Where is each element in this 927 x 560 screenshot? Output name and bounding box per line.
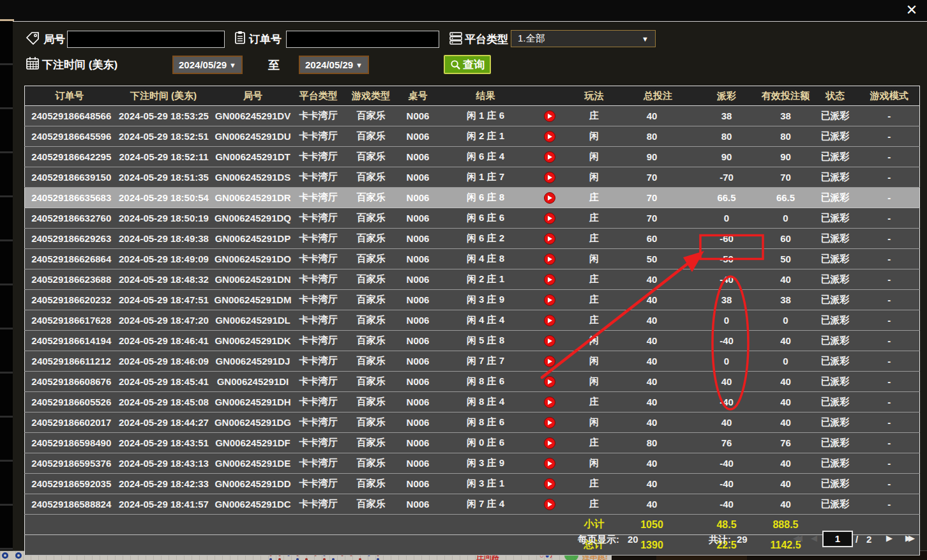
cell-status: 已派彩 [811, 453, 859, 474]
play-video-icon[interactable] [544, 356, 555, 367]
page-number-input[interactable]: 1 [822, 531, 853, 547]
play-video-icon[interactable] [544, 274, 555, 285]
play-video-icon[interactable] [544, 151, 555, 163]
cell-play [534, 372, 566, 392]
cell-table: N006 [398, 147, 438, 167]
table-row: 2405291865920352024-05-29 18:42:33GN0062… [25, 474, 920, 494]
play-video-icon[interactable] [544, 397, 555, 408]
cell-result: 闲 1 庄 6 [438, 106, 534, 126]
cell-round: GN006245291DV [213, 106, 293, 126]
cell-game: 百家乐 [344, 331, 398, 351]
cell-mode: - [859, 433, 920, 453]
cell-status: 已派彩 [811, 167, 859, 188]
play-video-icon[interactable] [544, 233, 555, 245]
play-video-icon[interactable] [544, 254, 555, 265]
cell-mode: - [859, 106, 920, 126]
cell-round: GN006245291DI [213, 372, 293, 392]
cell-status: 已派彩 [811, 147, 859, 167]
cell-platform: 卡卡湾厅 [293, 453, 344, 474]
cell-platform: 卡卡湾厅 [293, 412, 344, 433]
search-button[interactable]: 查询 [444, 55, 491, 74]
cell-game: 百家乐 [344, 392, 398, 412]
cell-payout: -40 [693, 453, 760, 474]
column-header: 有效投注额 [760, 86, 811, 106]
play-video-icon[interactable] [544, 131, 555, 142]
cell-platform: 卡卡湾厅 [293, 249, 344, 269]
cell-table: N006 [398, 351, 438, 372]
order-number-input[interactable] [286, 31, 439, 48]
play-video-icon[interactable] [544, 478, 555, 490]
table-row: 2405291866391502024-05-29 18:51:35GN0062… [25, 167, 920, 188]
cell-bet: 闲 [566, 167, 623, 188]
cell-payout: 40 [693, 372, 760, 392]
play-video-icon[interactable] [544, 172, 555, 183]
cell-play [534, 229, 566, 249]
date-to-picker[interactable]: 2024/05/29 ▼ [299, 56, 369, 74]
column-header: 游戏类型 [344, 86, 398, 106]
cell-time: 2024-05-29 18:44:27 [114, 412, 213, 433]
cell-platform: 卡卡湾厅 [293, 147, 344, 167]
cell-mode: - [859, 167, 920, 188]
cell-result: 闲 5 庄 8 [438, 331, 534, 351]
column-header: 订单号 [25, 86, 114, 106]
cell-total: 40 [623, 453, 693, 474]
cell-time: 2024-05-29 18:53:25 [114, 106, 213, 126]
platform-type-select[interactable]: 1.全部 ▼ [511, 30, 656, 47]
play-video-icon[interactable] [544, 192, 555, 204]
first-page-icon[interactable]: ◀◀ [793, 533, 803, 543]
play-video-icon[interactable] [544, 437, 555, 449]
close-icon[interactable]: ✕ [902, 1, 921, 20]
play-video-icon[interactable] [544, 315, 555, 326]
prev-page-icon[interactable]: ◀ [811, 533, 817, 543]
cell-table: N006 [398, 372, 438, 392]
cell-result: 闲 3 庄 9 [438, 453, 534, 474]
cell-round: GN006245291DP [213, 229, 293, 249]
next-page-icon[interactable]: ▶ [886, 533, 893, 543]
round-number-input[interactable] [67, 31, 225, 48]
play-video-icon[interactable] [544, 499, 555, 510]
table-row: 2405291866086762024-05-29 18:45:41GN0062… [25, 372, 920, 392]
sum-cell-result [438, 515, 534, 535]
cell-round: GN006245291DO [213, 249, 293, 269]
cell-status: 已派彩 [811, 249, 859, 269]
play-video-icon[interactable] [544, 294, 555, 306]
cell-payout: 38 [693, 106, 760, 126]
cell-bet: 庄 [566, 433, 623, 453]
cell-mode: - [859, 453, 920, 474]
last-page-icon[interactable]: ▶▶ [905, 533, 915, 543]
cell-bet: 闲 [566, 412, 623, 433]
table-row: 2405291866055262024-05-29 18:45:08GN0062… [25, 392, 920, 412]
play-video-icon[interactable] [544, 458, 555, 469]
cell-bet: 闲 [566, 351, 623, 372]
cell-table: N006 [398, 433, 438, 453]
cell-play [534, 412, 566, 433]
platform-type-value: 1.全部 [518, 33, 545, 45]
cell-status: 已派彩 [811, 494, 859, 515]
play-video-icon[interactable] [544, 213, 555, 224]
cell-game: 百家乐 [344, 167, 398, 188]
play-video-icon[interactable] [544, 376, 555, 388]
play-video-icon[interactable] [544, 335, 555, 347]
cell-status: 已派彩 [811, 290, 859, 310]
table-row: 2405291866202322024-05-29 18:47:51GN0062… [25, 290, 920, 310]
cell-total: 60 [623, 229, 693, 249]
cell-total: 40 [623, 494, 693, 515]
total-count-label: 共计: [709, 534, 731, 546]
cell-bet: 闲 [566, 372, 623, 392]
cell-valid: 40 [760, 412, 811, 433]
cell-bet: 庄 [566, 229, 623, 249]
play-video-icon[interactable] [544, 110, 555, 122]
cell-table: N006 [398, 453, 438, 474]
play-video-icon[interactable] [544, 417, 555, 428]
cell-payout: -70 [693, 167, 760, 188]
cell-valid: 50 [760, 249, 811, 269]
cell-round: GN006245291DN [213, 269, 293, 290]
cell-round: GN006245291DR [213, 188, 293, 208]
cell-time: 2024-05-29 18:46:09 [114, 351, 213, 372]
date-from-picker[interactable]: 2024/05/29 ▼ [172, 56, 243, 74]
cell-round: GN006245291DD [213, 474, 293, 494]
background-left-strip [0, 21, 13, 550]
cell-valid: 60 [760, 229, 811, 249]
cell-platform: 卡卡湾厅 [293, 188, 344, 208]
cell-table: N006 [398, 269, 438, 290]
